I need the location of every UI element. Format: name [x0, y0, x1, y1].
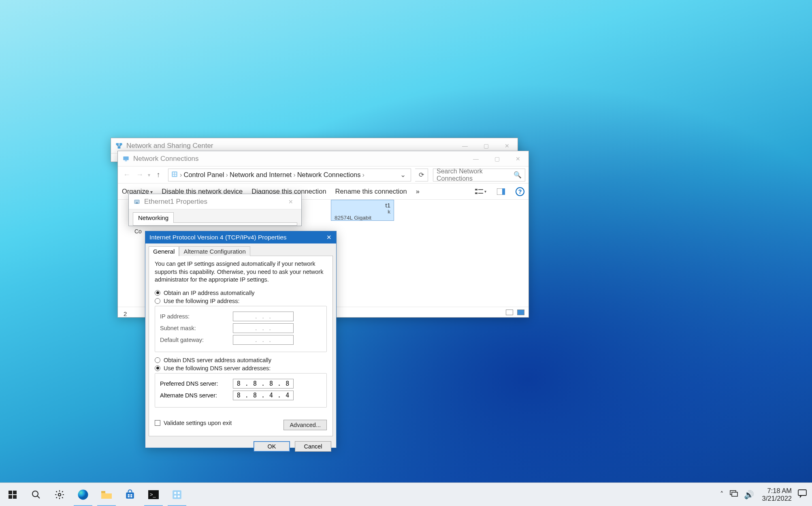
svg-rect-2	[118, 146, 121, 148]
view-options-button[interactable]: ▾	[475, 186, 486, 197]
subnet-input: ...	[233, 323, 294, 333]
nc-icon	[122, 155, 130, 163]
svg-rect-31	[130, 496, 132, 497]
nav-forward-button[interactable]: →	[134, 169, 145, 181]
dns2-input[interactable]: 8 . 8 . 4 . 4	[233, 391, 294, 400]
overflow-button[interactable]: »	[416, 188, 420, 195]
svg-rect-17	[136, 202, 138, 203]
svg-rect-40	[732, 492, 737, 496]
window-ethernet-properties: Ethernet1 Properties ✕ Networking Co	[128, 194, 302, 226]
clock[interactable]: 7:18 AM 3/21/2022	[762, 487, 792, 502]
rename-button[interactable]: Rename this connection	[335, 188, 407, 195]
advanced-button[interactable]: Advanced...	[283, 420, 327, 430]
svg-rect-30	[128, 496, 130, 497]
chevron-right-icon: ›	[180, 171, 182, 179]
help-button[interactable]: ?	[516, 187, 524, 196]
radio-icon	[155, 365, 160, 371]
titlebar[interactable]: Internet Protocol Version 4 (TCP/IPv4) P…	[145, 231, 336, 243]
nav-up-button[interactable]: ↑	[153, 169, 164, 181]
taskbar: >_ ˄ 🔊 7:18 AM 3/21/2022	[0, 483, 812, 506]
taskbar-control-panel-button[interactable]	[165, 483, 189, 506]
action-center-button[interactable]	[797, 489, 807, 500]
svg-rect-6	[173, 172, 175, 174]
chevron-right-icon: ›	[226, 171, 228, 179]
svg-rect-10	[475, 189, 477, 190]
radio-dns-auto[interactable]: Obtain DNS server address automatically	[155, 357, 327, 363]
view-large-icon[interactable]	[517, 310, 524, 315]
nsc-icon	[115, 142, 123, 150]
svg-point-25	[78, 489, 88, 500]
titlebar[interactable]: Ethernet1 Properties ✕	[129, 194, 301, 209]
volume-icon[interactable]: 🔊	[744, 490, 754, 500]
svg-rect-41	[798, 490, 806, 495]
svg-rect-9	[175, 174, 177, 176]
svg-rect-8	[173, 174, 175, 176]
dns1-input[interactable]: 8 . 8 . 8 . 8	[233, 379, 294, 389]
svg-rect-20	[9, 495, 12, 499]
address-dropdown-button[interactable]: ⌄	[398, 171, 408, 179]
svg-point-38	[178, 495, 180, 497]
svg-rect-1	[119, 143, 122, 145]
taskbar-explorer-button[interactable]	[95, 483, 118, 506]
tab-general[interactable]: General	[149, 246, 179, 256]
svg-rect-7	[175, 172, 177, 174]
breadcrumb-item[interactable]: Control Panel	[184, 171, 224, 179]
ok-button[interactable]: OK	[254, 441, 290, 452]
taskbar-terminal-button[interactable]: >_	[142, 483, 165, 506]
breadcrumb-item[interactable]: Network and Internet	[230, 171, 292, 179]
chevron-right-icon: ›	[293, 171, 296, 179]
preview-pane-button[interactable]	[495, 186, 507, 197]
cancel-button[interactable]: Cancel	[295, 441, 331, 452]
svg-rect-3	[123, 156, 128, 160]
tab-alternate[interactable]: Alternate Configuration	[179, 246, 250, 256]
radio-label: Obtain DNS server address automatically	[164, 357, 271, 363]
svg-rect-0	[116, 143, 119, 145]
tab-networking[interactable]: Networking	[133, 212, 174, 223]
taskbar-store-button[interactable]	[118, 483, 142, 506]
svg-line-23	[37, 496, 40, 498]
start-button[interactable]	[1, 483, 24, 506]
radio-ip-manual[interactable]: Use the following IP address:	[155, 298, 327, 304]
validate-checkbox[interactable]: Validate settings upon exit	[155, 420, 232, 426]
system-tray: ˄ 🔊 7:18 AM 3/21/2022	[716, 487, 811, 502]
svg-point-37	[174, 495, 176, 497]
nav-history-dropdown[interactable]: ▾	[148, 172, 150, 178]
breadcrumb-bar[interactable]: › Control Panel › Network and Internet ›…	[168, 169, 411, 181]
svg-rect-13	[478, 193, 483, 194]
maximize-button[interactable]: ▢	[486, 151, 507, 166]
svg-rect-15	[502, 188, 505, 195]
taskbar-search-button[interactable]	[24, 483, 48, 506]
taskbar-edge-button[interactable]	[71, 483, 95, 506]
network-icon[interactable]	[729, 490, 738, 499]
svg-rect-19	[13, 491, 17, 494]
titlebar[interactable]: Network Connections — ▢ ✕	[118, 151, 529, 167]
svg-text:>_: >_	[150, 491, 156, 497]
minimize-button[interactable]: —	[465, 151, 486, 166]
close-button[interactable]: ✕	[322, 231, 336, 243]
radio-dns-manual[interactable]: Use the following DNS server addresses:	[155, 365, 327, 371]
address-toolbar: ← → ▾ ↑ › Control Panel › Network and In…	[118, 167, 529, 184]
connection-item-ethernet1[interactable]: t1 k 82574L Gigabit Netwo...	[331, 200, 394, 221]
validate-label: Validate settings upon exit	[164, 420, 232, 426]
refresh-button[interactable]: ⟳	[415, 169, 428, 181]
dns2-label: Alternate DNS server:	[160, 392, 233, 399]
intro-text: You can get IP settings assigned automat…	[155, 260, 327, 284]
close-button[interactable]: ✕	[507, 151, 529, 166]
view-details-icon[interactable]	[506, 310, 513, 315]
svg-rect-29	[130, 494, 132, 495]
taskbar-settings-button[interactable]	[48, 483, 71, 506]
title: Network and Sharing Center	[126, 142, 213, 150]
svg-rect-34	[173, 490, 181, 499]
ip-address-label: IP address:	[160, 313, 233, 320]
close-button[interactable]: ✕	[280, 194, 301, 209]
tray-overflow-button[interactable]: ˄	[720, 490, 724, 499]
search-input[interactable]: Search Network Connections 🔍	[433, 169, 525, 181]
checkbox-icon	[155, 420, 160, 426]
radio-label: Use the following IP address:	[164, 298, 240, 304]
breadcrumb-item[interactable]: Network Connections	[297, 171, 361, 179]
nav-back-button[interactable]: ←	[121, 169, 132, 181]
search-icon: 🔍	[514, 171, 522, 179]
radio-label: Obtain an IP address automatically	[164, 290, 255, 296]
radio-label: Use the following DNS server addresses:	[164, 365, 271, 371]
radio-ip-auto[interactable]: Obtain an IP address automatically	[155, 290, 327, 296]
